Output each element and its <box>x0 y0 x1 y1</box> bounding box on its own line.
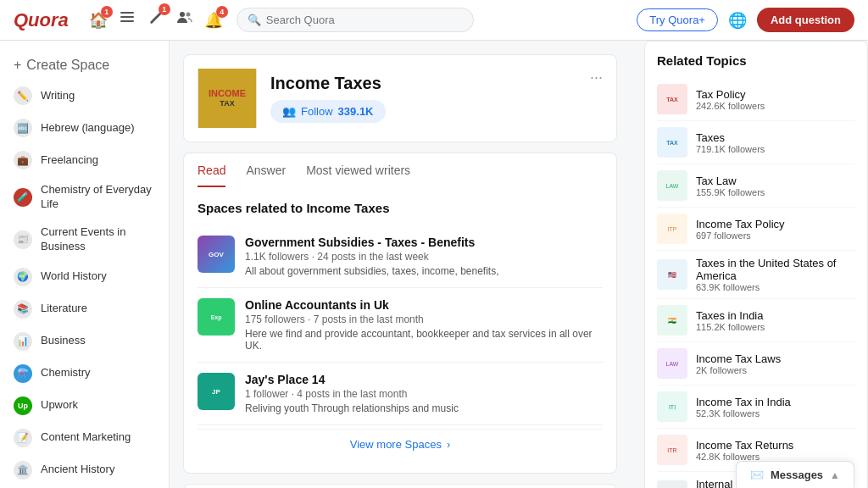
sidebar-label-content-marketing: Content Marketing <box>41 430 131 445</box>
related-item-1[interactable]: TAX Taxes 719.1K followers <box>657 121 855 164</box>
search-icon: 🔍 <box>248 14 261 26</box>
space-item-accountants[interactable]: Exp Online Accountants in Uk 175 followe… <box>198 288 603 363</box>
gov-subsidies-name: Government Subsidies - Taxes - Benefits <box>245 236 499 249</box>
chemistry-everyday-icon: 🧪 <box>14 188 32 207</box>
spaces-title: Spaces related to Income Taxes <box>198 201 603 215</box>
gov-subsidies-desc: All about government subsidies, taxes, i… <box>245 265 499 277</box>
hebrew-icon: 🔤 <box>14 119 32 137</box>
follow-count: 339.1K <box>338 105 374 118</box>
sidebar-item-business[interactable]: 📊 Business <box>0 325 169 358</box>
online-accountants-logo: Exp <box>198 298 235 336</box>
space-item-jays-place[interactable]: JP Jay's Place 14 1 follower · 4 posts i… <box>198 363 603 425</box>
sidebar-item-chemistry-everyday[interactable]: 🧪 Chemistry of Everyday Life <box>0 176 169 219</box>
taxes-usa-info: Taxes in the United States of America 63… <box>696 257 855 292</box>
globe-icon[interactable]: 🌐 <box>728 11 747 30</box>
list-icon[interactable] <box>118 8 136 31</box>
sidebar-item-world-history[interactable]: 🌍 World History <box>0 261 169 293</box>
taxes-info: Taxes 719.1K followers <box>696 131 765 154</box>
income-tax-policy-info: Income Tax Policy 697 followers <box>696 218 785 241</box>
svg-rect-0 <box>120 12 134 14</box>
more-options-button[interactable]: ··· <box>590 69 603 86</box>
try-quora-plus-button[interactable]: Try Quora+ <box>637 8 718 31</box>
related-item-7[interactable]: ITI Income Tax in India 52.3K followers <box>657 385 855 429</box>
follow-button[interactable]: 👥 Follow 339.1K <box>270 100 386 123</box>
sidebar-item-writing[interactable]: ✏️ Writing <box>0 80 169 112</box>
svg-point-4 <box>186 13 190 17</box>
taxes-usa-thumb: 🇺🇸 <box>657 259 687 290</box>
taxes-india-thumb: 🇮🇳 <box>657 305 687 336</box>
sidebar-item-hebrew[interactable]: 🔤 Hebrew (language) <box>0 112 169 144</box>
related-item-3[interactable]: ITP Income Tax Policy 697 followers <box>657 208 855 251</box>
bell-badge: 4 <box>216 6 228 18</box>
gov-subsidies-logo: GOV <box>198 236 235 273</box>
tax-policy-thumb: TAX <box>657 84 687 114</box>
tax-law-thumb: LAW <box>657 170 687 201</box>
online-accountants-name: Online Accountants in Uk <box>245 298 603 312</box>
income-tax-laws-thumb: LAW <box>657 348 687 379</box>
sidebar-item-freelancing[interactable]: 💼 Freelancing <box>0 144 169 176</box>
view-more-spaces-button[interactable]: View more Spaces › <box>198 429 603 459</box>
search-box[interactable]: 🔍 <box>236 8 474 32</box>
sidebar-label-freelancing: Freelancing <box>41 153 98 168</box>
world-history-icon: 🌍 <box>14 268 32 286</box>
sidebar-item-chemistry[interactable]: ⚗️ Chemistry <box>0 358 169 390</box>
create-space-item[interactable]: + Create Space <box>0 51 169 80</box>
chevron-right-icon: › <box>447 438 450 451</box>
sidebar-item-upwork[interactable]: Up Upwork <box>0 390 169 422</box>
business-icon: 📊 <box>14 332 32 351</box>
messages-chevron-icon: ▲ <box>830 469 840 481</box>
bell-icon[interactable]: 🔔 4 <box>204 11 223 30</box>
jays-place-info: Jay's Place 14 1 follower · 4 posts in t… <box>245 373 459 414</box>
related-item-2[interactable]: LAW Tax Law 155.9K followers <box>657 164 855 208</box>
edit-icon[interactable]: 1 <box>147 8 165 31</box>
online-accountants-desc: Here we find and provide accountant, boo… <box>245 328 603 352</box>
income-tax-india-thumb: ITI <box>657 391 687 422</box>
tab-read[interactable]: Read <box>198 164 225 187</box>
upwork-icon: Up <box>14 396 32 415</box>
sidebar-label-ancient-history: Ancient History <box>41 463 114 477</box>
right-sidebar: Related Topics TAX Tax Policy 242.6K fol… <box>631 41 868 488</box>
main-content: INCOME TAX Income Taxes 👥 Follow 339.1K … <box>170 41 631 488</box>
space-item-gov[interactable]: GOV Government Subsidies - Taxes - Benef… <box>198 225 603 288</box>
header-nav-icons: 🏠 1 1 🔔 4 <box>89 8 223 31</box>
messages-bar[interactable]: ✉️ Messages ▲ <box>736 461 854 488</box>
related-item-0[interactable]: TAX Tax Policy 242.6K followers <box>657 78 855 121</box>
tab-most-viewed[interactable]: Most viewed writers <box>306 164 410 187</box>
sidebar-item-ancient-history[interactable]: 🏛️ Ancient History <box>0 454 169 486</box>
sidebar: + Create Space ✏️ Writing 🔤 Hebrew (lang… <box>0 41 170 488</box>
content-marketing-icon: 📝 <box>14 429 32 447</box>
add-question-button[interactable]: Add question <box>757 8 854 32</box>
related-item-6[interactable]: LAW Income Tax Laws 2K followers <box>657 342 855 385</box>
topic-image: INCOME TAX <box>198 69 257 128</box>
svg-rect-2 <box>120 20 134 22</box>
quora-logo[interactable]: Quora <box>14 9 69 31</box>
spaces-section: Spaces related to Income Taxes GOV Gover… <box>183 187 617 474</box>
header: Quora 🏠 1 1 🔔 4 🔍 Try Quora+ 🌐 Add quest… <box>0 0 868 41</box>
follow-label: Follow <box>301 105 333 118</box>
tax-law-info: Tax Law 155.9K followers <box>696 175 765 197</box>
jays-place-desc: Reliving youth Through relationships and… <box>245 402 459 414</box>
sidebar-item-content-marketing[interactable]: 📝 Content Marketing <box>0 422 169 454</box>
jays-place-name: Jay's Place 14 <box>245 373 459 386</box>
topic-title: Income Taxes <box>270 74 576 93</box>
chemistry-icon: ⚗️ <box>14 364 32 383</box>
related-topics-panel: Related Topics TAX Tax Policy 242.6K fol… <box>644 41 868 488</box>
messages-label: Messages <box>771 469 823 481</box>
sidebar-item-current-events[interactable]: 📰 Current Events in Business <box>0 219 169 261</box>
edit-badge: 1 <box>159 3 170 15</box>
related-item-4[interactable]: 🇺🇸 Taxes in the United States of America… <box>657 251 855 299</box>
income-tax-returns-thumb: ITR <box>657 435 687 465</box>
related-item-5[interactable]: 🇮🇳 Taxes in India 115.2K followers <box>657 299 855 342</box>
freelancing-icon: 💼 <box>14 151 32 169</box>
search-input[interactable] <box>266 14 463 26</box>
related-topics-title: Related Topics <box>657 53 855 68</box>
taxes-thumb: TAX <box>657 127 687 158</box>
home-icon[interactable]: 🏠 1 <box>89 11 108 30</box>
question-card: M Mike Metel Follow Studied Healthcare A… <box>183 484 617 488</box>
header-actions: Try Quora+ 🌐 Add question <box>637 8 854 32</box>
sidebar-item-literature[interactable]: 📚 Literature <box>0 293 169 325</box>
tab-answer[interactable]: Answer <box>246 164 286 187</box>
sidebar-label-chemistry-everyday: Chemistry of Everyday Life <box>41 183 155 212</box>
people-icon[interactable] <box>175 8 194 31</box>
follow-icon: 👥 <box>282 105 296 118</box>
